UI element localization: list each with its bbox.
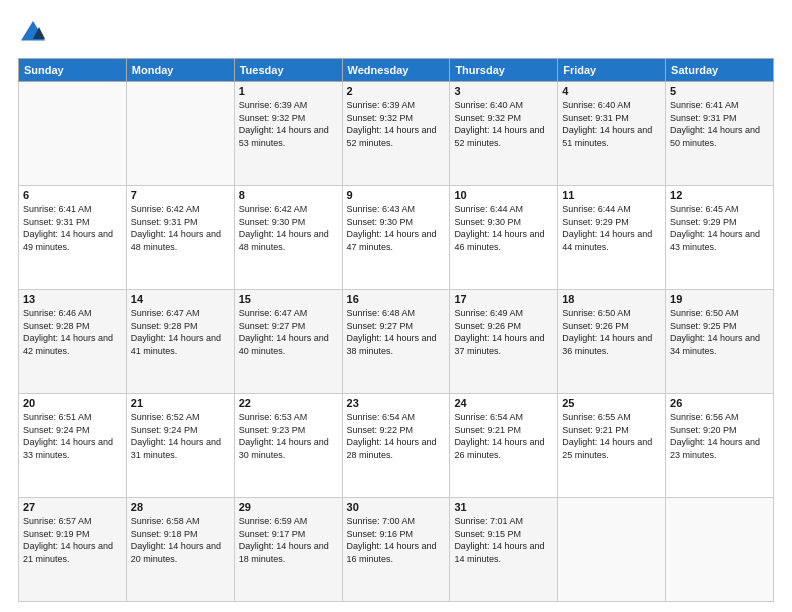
weekday-header-row: SundayMondayTuesdayWednesdayThursdayFrid… [19, 59, 774, 82]
day-info: Sunrise: 6:53 AMSunset: 9:23 PMDaylight:… [239, 412, 329, 460]
day-info: Sunrise: 6:55 AMSunset: 9:21 PMDaylight:… [562, 412, 652, 460]
day-number: 9 [347, 189, 446, 201]
calendar-week-row: 13 Sunrise: 6:46 AMSunset: 9:28 PMDaylig… [19, 290, 774, 394]
day-info: Sunrise: 6:42 AMSunset: 9:31 PMDaylight:… [131, 204, 221, 252]
day-info: Sunrise: 6:49 AMSunset: 9:26 PMDaylight:… [454, 308, 544, 356]
day-info: Sunrise: 6:40 AMSunset: 9:32 PMDaylight:… [454, 100, 544, 148]
calendar-cell: 20 Sunrise: 6:51 AMSunset: 9:24 PMDaylig… [19, 394, 127, 498]
calendar-cell: 28 Sunrise: 6:58 AMSunset: 9:18 PMDaylig… [126, 498, 234, 602]
day-number: 19 [670, 293, 769, 305]
day-info: Sunrise: 6:46 AMSunset: 9:28 PMDaylight:… [23, 308, 113, 356]
day-number: 1 [239, 85, 338, 97]
day-info: Sunrise: 6:54 AMSunset: 9:21 PMDaylight:… [454, 412, 544, 460]
day-number: 8 [239, 189, 338, 201]
day-number: 29 [239, 501, 338, 513]
logo-icon [18, 18, 48, 48]
calendar-week-row: 20 Sunrise: 6:51 AMSunset: 9:24 PMDaylig… [19, 394, 774, 498]
day-number: 24 [454, 397, 553, 409]
calendar-cell: 18 Sunrise: 6:50 AMSunset: 9:26 PMDaylig… [558, 290, 666, 394]
calendar-week-row: 6 Sunrise: 6:41 AMSunset: 9:31 PMDayligh… [19, 186, 774, 290]
day-info: Sunrise: 6:56 AMSunset: 9:20 PMDaylight:… [670, 412, 760, 460]
day-number: 4 [562, 85, 661, 97]
day-info: Sunrise: 6:51 AMSunset: 9:24 PMDaylight:… [23, 412, 113, 460]
day-info: Sunrise: 6:44 AMSunset: 9:29 PMDaylight:… [562, 204, 652, 252]
calendar-week-row: 27 Sunrise: 6:57 AMSunset: 9:19 PMDaylig… [19, 498, 774, 602]
day-number: 16 [347, 293, 446, 305]
day-info: Sunrise: 6:48 AMSunset: 9:27 PMDaylight:… [347, 308, 437, 356]
day-info: Sunrise: 6:43 AMSunset: 9:30 PMDaylight:… [347, 204, 437, 252]
calendar-cell: 10 Sunrise: 6:44 AMSunset: 9:30 PMDaylig… [450, 186, 558, 290]
calendar-cell: 6 Sunrise: 6:41 AMSunset: 9:31 PMDayligh… [19, 186, 127, 290]
day-info: Sunrise: 6:40 AMSunset: 9:31 PMDaylight:… [562, 100, 652, 148]
calendar-cell: 3 Sunrise: 6:40 AMSunset: 9:32 PMDayligh… [450, 82, 558, 186]
calendar-week-row: 1 Sunrise: 6:39 AMSunset: 9:32 PMDayligh… [19, 82, 774, 186]
calendar-cell: 1 Sunrise: 6:39 AMSunset: 9:32 PMDayligh… [234, 82, 342, 186]
day-info: Sunrise: 6:59 AMSunset: 9:17 PMDaylight:… [239, 516, 329, 564]
day-number: 5 [670, 85, 769, 97]
calendar-cell [666, 498, 774, 602]
day-number: 10 [454, 189, 553, 201]
calendar-cell: 12 Sunrise: 6:45 AMSunset: 9:29 PMDaylig… [666, 186, 774, 290]
day-number: 28 [131, 501, 230, 513]
day-number: 23 [347, 397, 446, 409]
calendar-cell: 14 Sunrise: 6:47 AMSunset: 9:28 PMDaylig… [126, 290, 234, 394]
day-info: Sunrise: 6:41 AMSunset: 9:31 PMDaylight:… [670, 100, 760, 148]
day-number: 3 [454, 85, 553, 97]
day-info: Sunrise: 6:52 AMSunset: 9:24 PMDaylight:… [131, 412, 221, 460]
day-number: 12 [670, 189, 769, 201]
day-number: 18 [562, 293, 661, 305]
weekday-header: Tuesday [234, 59, 342, 82]
weekday-header: Sunday [19, 59, 127, 82]
weekday-header: Monday [126, 59, 234, 82]
calendar-cell: 13 Sunrise: 6:46 AMSunset: 9:28 PMDaylig… [19, 290, 127, 394]
day-info: Sunrise: 6:41 AMSunset: 9:31 PMDaylight:… [23, 204, 113, 252]
calendar-cell: 23 Sunrise: 6:54 AMSunset: 9:22 PMDaylig… [342, 394, 450, 498]
day-number: 7 [131, 189, 230, 201]
day-number: 14 [131, 293, 230, 305]
day-number: 11 [562, 189, 661, 201]
day-info: Sunrise: 7:01 AMSunset: 9:15 PMDaylight:… [454, 516, 544, 564]
calendar-cell: 26 Sunrise: 6:56 AMSunset: 9:20 PMDaylig… [666, 394, 774, 498]
calendar-cell: 19 Sunrise: 6:50 AMSunset: 9:25 PMDaylig… [666, 290, 774, 394]
calendar-cell: 29 Sunrise: 6:59 AMSunset: 9:17 PMDaylig… [234, 498, 342, 602]
calendar-cell: 9 Sunrise: 6:43 AMSunset: 9:30 PMDayligh… [342, 186, 450, 290]
day-info: Sunrise: 7:00 AMSunset: 9:16 PMDaylight:… [347, 516, 437, 564]
calendar-cell [126, 82, 234, 186]
day-info: Sunrise: 6:39 AMSunset: 9:32 PMDaylight:… [239, 100, 329, 148]
weekday-header: Thursday [450, 59, 558, 82]
day-info: Sunrise: 6:47 AMSunset: 9:28 PMDaylight:… [131, 308, 221, 356]
day-number: 6 [23, 189, 122, 201]
calendar-cell: 30 Sunrise: 7:00 AMSunset: 9:16 PMDaylig… [342, 498, 450, 602]
calendar-cell: 24 Sunrise: 6:54 AMSunset: 9:21 PMDaylig… [450, 394, 558, 498]
day-number: 2 [347, 85, 446, 97]
calendar-cell: 8 Sunrise: 6:42 AMSunset: 9:30 PMDayligh… [234, 186, 342, 290]
day-number: 27 [23, 501, 122, 513]
calendar-cell: 5 Sunrise: 6:41 AMSunset: 9:31 PMDayligh… [666, 82, 774, 186]
calendar-cell: 22 Sunrise: 6:53 AMSunset: 9:23 PMDaylig… [234, 394, 342, 498]
weekday-header: Wednesday [342, 59, 450, 82]
calendar-cell: 4 Sunrise: 6:40 AMSunset: 9:31 PMDayligh… [558, 82, 666, 186]
weekday-header: Saturday [666, 59, 774, 82]
day-number: 15 [239, 293, 338, 305]
page: SundayMondayTuesdayWednesdayThursdayFrid… [0, 0, 792, 612]
day-number: 21 [131, 397, 230, 409]
calendar-cell: 2 Sunrise: 6:39 AMSunset: 9:32 PMDayligh… [342, 82, 450, 186]
calendar-cell: 21 Sunrise: 6:52 AMSunset: 9:24 PMDaylig… [126, 394, 234, 498]
day-number: 25 [562, 397, 661, 409]
day-number: 22 [239, 397, 338, 409]
day-info: Sunrise: 6:58 AMSunset: 9:18 PMDaylight:… [131, 516, 221, 564]
calendar-cell: 16 Sunrise: 6:48 AMSunset: 9:27 PMDaylig… [342, 290, 450, 394]
day-number: 13 [23, 293, 122, 305]
day-number: 30 [347, 501, 446, 513]
calendar-table: SundayMondayTuesdayWednesdayThursdayFrid… [18, 58, 774, 602]
day-info: Sunrise: 6:47 AMSunset: 9:27 PMDaylight:… [239, 308, 329, 356]
header [18, 18, 774, 48]
calendar-cell [558, 498, 666, 602]
day-number: 26 [670, 397, 769, 409]
day-info: Sunrise: 6:42 AMSunset: 9:30 PMDaylight:… [239, 204, 329, 252]
weekday-header: Friday [558, 59, 666, 82]
calendar-cell [19, 82, 127, 186]
day-info: Sunrise: 6:50 AMSunset: 9:26 PMDaylight:… [562, 308, 652, 356]
day-info: Sunrise: 6:50 AMSunset: 9:25 PMDaylight:… [670, 308, 760, 356]
day-info: Sunrise: 6:45 AMSunset: 9:29 PMDaylight:… [670, 204, 760, 252]
